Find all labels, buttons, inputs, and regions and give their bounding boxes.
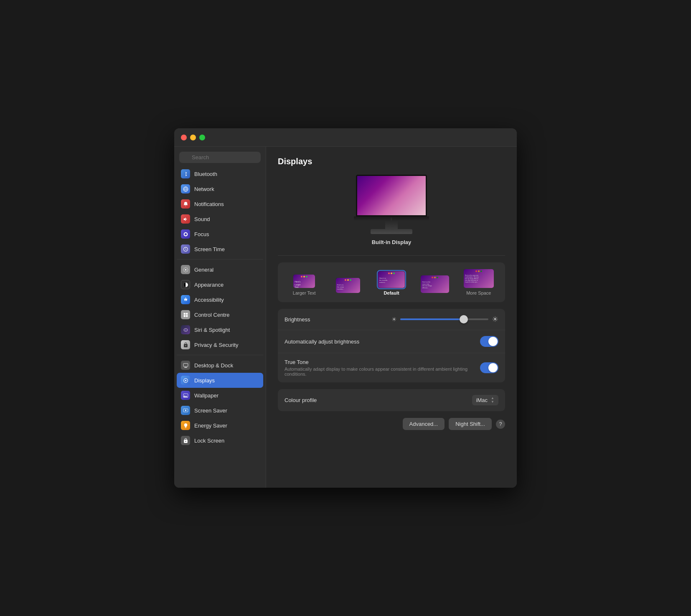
sidebar-item-screensaver[interactable]: Screen Saver <box>177 403 263 418</box>
svg-rect-10 <box>183 363 188 367</box>
true-tone-toggle[interactable] <box>480 362 498 373</box>
sidebar-item-notifications-label: Notifications <box>194 201 224 207</box>
resolution-option-larger-text[interactable]: Here'sLargerText Larger Text <box>285 275 324 295</box>
desktopdock-icon <box>181 361 190 370</box>
siri-icon <box>181 325 190 334</box>
sidebar-item-bluetooth-label: Bluetooth <box>194 171 217 177</box>
sidebar-divider-2 <box>177 355 263 355</box>
colour-profile-stepper: ▲ ▼ <box>491 397 494 404</box>
stepper-down-icon: ▼ <box>491 400 494 404</box>
sidebar-item-accessibility[interactable]: Accessibility <box>177 292 263 307</box>
energysaver-icon <box>181 421 190 430</box>
sidebar-item-displays[interactable]: Displays <box>177 373 263 388</box>
resolution-option-medium-2[interactable]: Here's to thecrazy ones,who see thingsdi… <box>415 275 455 295</box>
res-dots-default <box>388 272 395 274</box>
sidebar-item-screensaver-label: Screen Saver <box>194 407 227 414</box>
stepper-up-icon: ▲ <box>491 397 494 400</box>
sidebar-item-appearance[interactable]: Appearance <box>177 277 263 292</box>
screensaver-icon <box>181 406 190 415</box>
sidebar-item-siri[interactable]: Siri & Spotlight <box>177 322 263 337</box>
brightness-row: Brightness ☀ ☀ <box>278 309 505 330</box>
sidebar-item-focus-label: Focus <box>194 231 209 237</box>
display-name-label: Built-in Display <box>372 239 412 245</box>
colour-profile-selector[interactable]: iMac ▲ ▼ <box>472 395 498 405</box>
res-preview-default: Here's tothe trouble-makers... <box>378 271 405 288</box>
titlebar <box>174 128 517 147</box>
brightness-low-icon: ☀ <box>391 316 397 323</box>
svg-rect-6 <box>186 313 188 314</box>
network-icon <box>181 184 190 193</box>
traffic-lights <box>181 135 205 140</box>
search-wrapper: 🔍 <box>179 152 261 163</box>
sidebar-item-general[interactable]: General <box>177 262 263 277</box>
res-dots-larger-text <box>301 276 307 277</box>
sidebar-item-energysaver[interactable]: Energy Saver <box>177 418 263 433</box>
sidebar-item-appearance-label: Appearance <box>194 282 224 288</box>
monitor-screen-gradient <box>357 176 426 215</box>
search-input[interactable] <box>179 152 261 163</box>
res-label-larger-text: Larger Text <box>293 290 316 295</box>
main-panel: Displays  Built-in Display <box>266 147 517 488</box>
sidebar-item-desktopdock[interactable]: Desktop & Dock <box>177 358 263 373</box>
svg-point-4 <box>185 298 186 298</box>
sidebar-item-network-label: Network <box>194 186 214 192</box>
system-preferences-window: 🔍 Bluetooth <box>174 128 517 488</box>
notifications-icon <box>181 199 190 209</box>
true-tone-label: True Tone <box>285 359 473 365</box>
true-tone-text-group: True Tone Automatically adapt display to… <box>285 359 473 377</box>
sidebar-item-focus[interactable]: Focus <box>177 227 263 242</box>
auto-brightness-toggle[interactable] <box>480 336 498 347</box>
brightness-thumb[interactable] <box>460 315 468 323</box>
help-button[interactable]: ? <box>496 420 505 429</box>
brightness-slider[interactable] <box>400 318 488 320</box>
search-container: 🔍 <box>174 147 266 166</box>
resolution-option-default[interactable]: Here's tothe trouble-makers... Default <box>372 271 411 295</box>
res-label-more-space: More Space <box>466 290 491 295</box>
sidebar-item-siri-label: Siri & Spotlight <box>194 327 230 333</box>
sidebar-item-wallpaper[interactable]: Wallpaper <box>177 388 263 403</box>
sidebar-item-energysaver-label: Energy Saver <box>194 423 227 429</box>
night-shift-button[interactable]: Night Shift... <box>449 418 492 430</box>
sidebar-item-privacy[interactable]: Privacy & Security <box>177 337 263 352</box>
sidebar-item-screentime[interactable]: Screen Time <box>177 242 263 257</box>
brightness-fill <box>400 318 464 320</box>
res-screen-default: Here's tothe trouble-makers... <box>378 271 405 288</box>
resolution-option-medium-1[interactable]: Here's tothe crazytroubles... <box>328 278 367 295</box>
svg-rect-11 <box>184 367 187 367</box>
wallpaper-icon <box>181 391 190 400</box>
sidebar-item-wallpaper-label: Wallpaper <box>194 392 218 399</box>
general-icon <box>181 265 190 274</box>
sidebar-item-sound-label: Sound <box>194 216 210 222</box>
display-settings-section: Brightness ☀ ☀ Automatically adjust brig… <box>278 309 505 382</box>
auto-brightness-row: Automatically adjust brightness <box>278 330 505 353</box>
brightness-control: ☀ ☀ <box>391 315 498 324</box>
sidebar-item-notifications[interactable]: Notifications <box>177 196 263 211</box>
maximize-button[interactable] <box>199 135 205 140</box>
resolution-option-more-space[interactable]: Here's to the crazy onestroublemakers. T… <box>459 269 498 295</box>
sidebar-item-displays-label: Displays <box>194 377 215 384</box>
sidebar: 🔍 Bluetooth <box>174 147 266 488</box>
displays-icon <box>181 376 190 385</box>
res-dots-medium-1 <box>345 279 351 281</box>
sidebar-item-controlcentre[interactable]: Control Centre <box>177 307 263 322</box>
res-screen-more-space: Here's to the crazy onestroublemakers. T… <box>464 269 494 288</box>
minimize-button[interactable] <box>190 135 196 140</box>
privacy-icon <box>181 340 190 349</box>
brightness-high-icon: ☀ <box>492 315 498 324</box>
auto-brightness-label: Automatically adjust brightness <box>285 339 480 345</box>
monitor-bezel:  <box>354 216 429 221</box>
colour-profile-value: iMac <box>476 397 488 403</box>
advanced-button[interactable]: Advanced... <box>403 418 445 430</box>
close-button[interactable] <box>181 135 187 140</box>
monitor-stand-base <box>371 229 412 234</box>
resolution-options: Here'sLargerText Larger Text <box>285 269 498 295</box>
sidebar-item-network[interactable]: Network <box>177 181 263 196</box>
sidebar-item-lockscreen[interactable]: Lock Screen <box>177 433 263 448</box>
res-preview-medium-1: Here's tothe crazytroubles... <box>336 278 360 293</box>
sidebar-item-bluetooth[interactable]: Bluetooth <box>177 166 263 181</box>
res-preview-medium-2: Here's to thecrazy ones,who see thingsdi… <box>421 275 449 293</box>
res-dots-medium-2 <box>432 277 438 278</box>
sidebar-item-sound[interactable]: Sound <box>177 211 263 227</box>
sidebar-item-desktopdock-label: Desktop & Dock <box>194 362 233 369</box>
svg-rect-7 <box>183 315 185 317</box>
